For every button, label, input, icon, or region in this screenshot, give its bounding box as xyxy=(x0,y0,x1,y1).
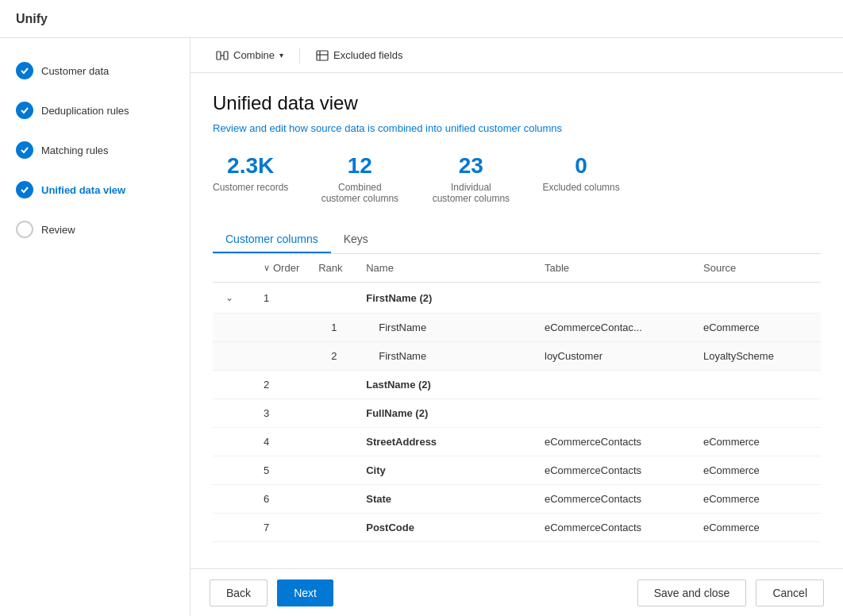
cell-rank xyxy=(309,514,356,542)
cell-order: 7 xyxy=(254,514,309,542)
cell-source: eCommerce xyxy=(694,514,821,542)
page-content: Unified data view Review and edit how so… xyxy=(191,73,843,568)
sidebar: Customer data Deduplication rules Matchi… xyxy=(0,38,191,616)
table-row: 7 PostCode eCommerceContacts eCommerce xyxy=(213,514,821,542)
cell-table xyxy=(535,283,694,314)
th-order: ∨ Order xyxy=(254,254,309,283)
excluded-fields-icon xyxy=(316,49,329,62)
stat-combined-columns-label: Combined customer columns xyxy=(320,182,399,204)
app-title: Unify xyxy=(16,12,48,26)
th-source: Source xyxy=(694,254,821,283)
cell-rank xyxy=(309,456,356,485)
cell-source xyxy=(694,399,821,428)
cell-name: StreetAddress xyxy=(356,428,535,456)
stat-excluded-columns-value: 0 xyxy=(575,153,587,179)
footer-right: Save and close Cancel xyxy=(637,579,824,606)
content-area: Combine ▾ Excluded fields Unified data v… xyxy=(191,38,843,616)
cell-name: PostCode xyxy=(356,514,535,542)
data-table: ∨ Order Rank Name Table Source ⌄ 1 xyxy=(213,254,821,542)
cell-order: 4 xyxy=(254,428,309,456)
cancel-button[interactable]: Cancel xyxy=(756,579,824,606)
stat-combined-columns-value: 12 xyxy=(348,153,372,179)
sidebar-item-review[interactable]: Review xyxy=(0,213,190,246)
table-row: 5 City eCommerceContacts eCommerce xyxy=(213,456,821,485)
stat-individual-columns: 23 Individual customer columns xyxy=(431,153,510,204)
cell-expand xyxy=(213,428,254,456)
cell-order: 6 xyxy=(254,485,309,514)
cell-order: 5 xyxy=(254,456,309,485)
table-sub-row: 2 FirstName loyCustomer LoyaltyScheme xyxy=(213,342,821,371)
expand-button[interactable]: ⌄ xyxy=(222,291,237,305)
cell-sub-rank: 1 xyxy=(309,314,356,342)
stat-excluded-columns: 0 Excluded columns xyxy=(542,153,619,204)
tab-customer-columns[interactable]: Customer columns xyxy=(213,226,331,253)
cell-name: City xyxy=(356,456,535,485)
cell-sub-order xyxy=(254,342,309,371)
stat-customer-records-label: Customer records xyxy=(213,182,288,193)
cell-table: eCommerceContacts xyxy=(535,485,694,514)
combine-icon xyxy=(216,49,229,62)
cell-source: eCommerce xyxy=(694,428,821,456)
svg-rect-3 xyxy=(317,51,328,60)
sidebar-item-matching-rules[interactable]: Matching rules xyxy=(0,133,190,167)
cell-sub-table: eCommerceContac... xyxy=(535,314,694,342)
cell-source xyxy=(694,371,821,399)
cell-name: FullName (2) xyxy=(356,399,535,428)
tabs: Customer columns Keys xyxy=(213,226,821,254)
cell-expand xyxy=(213,456,254,485)
sidebar-status-unified-data-view xyxy=(16,181,33,198)
cell-sub-rank: 2 xyxy=(309,342,356,371)
cell-rank xyxy=(309,283,356,314)
page-subtitle: Review and edit how source data is combi… xyxy=(213,122,821,134)
cell-sub-name: FirstName xyxy=(356,342,535,371)
cell-source: eCommerce xyxy=(694,485,821,514)
sidebar-status-review xyxy=(16,221,33,238)
cell-rank xyxy=(309,371,356,399)
table-row: ⌄ 1 FirstName (2) xyxy=(213,283,821,314)
svg-rect-0 xyxy=(217,52,221,60)
stat-combined-columns: 12 Combined customer columns xyxy=(320,153,399,204)
th-table: Table xyxy=(535,254,694,283)
cell-expand xyxy=(213,371,254,399)
chevron-down-icon: ∨ xyxy=(264,263,270,273)
th-rank: Rank xyxy=(309,254,356,283)
cell-name: State xyxy=(356,485,535,514)
cell-table: eCommerceContacts xyxy=(535,428,694,456)
sidebar-label-review: Review xyxy=(41,224,75,236)
stats-row: 2.3K Customer records 12 Combined custom… xyxy=(213,153,821,204)
tab-keys[interactable]: Keys xyxy=(331,226,381,253)
sidebar-label-customer-data: Customer data xyxy=(41,65,109,77)
save-close-button[interactable]: Save and close xyxy=(637,579,747,606)
cell-sub-name: FirstName xyxy=(356,314,535,342)
cell-sub-expand xyxy=(213,314,254,342)
cell-expand xyxy=(213,514,254,542)
cell-order: 3 xyxy=(254,399,309,428)
stat-individual-columns-label: Individual customer columns xyxy=(431,182,510,204)
cell-expand[interactable]: ⌄ xyxy=(213,283,254,314)
table-header-row: ∨ Order Rank Name Table Source xyxy=(213,254,821,283)
cell-sub-table: loyCustomer xyxy=(535,342,694,371)
cell-order: 2 xyxy=(254,371,309,399)
table-row: 4 StreetAddress eCommerceContacts eComme… xyxy=(213,428,821,456)
cell-name: LastName (2) xyxy=(356,371,535,399)
main-layout: Customer data Deduplication rules Matchi… xyxy=(0,38,843,616)
cell-order: 1 xyxy=(254,283,309,314)
sidebar-status-matching-rules xyxy=(16,141,33,159)
sidebar-status-customer-data xyxy=(16,62,33,79)
sidebar-item-unified-data-view[interactable]: Unified data view xyxy=(0,173,190,206)
table-row: 3 FullName (2) xyxy=(213,399,821,428)
table-row: 2 LastName (2) xyxy=(213,371,821,399)
stat-individual-columns-value: 23 xyxy=(459,153,483,179)
cell-table: eCommerceContacts xyxy=(535,456,694,485)
cell-sub-expand xyxy=(213,342,254,371)
next-button[interactable]: Next xyxy=(277,579,333,606)
cell-source: eCommerce xyxy=(694,456,821,485)
sidebar-item-deduplication-rules[interactable]: Deduplication rules xyxy=(0,94,190,127)
combine-button[interactable]: Combine ▾ xyxy=(206,44,293,67)
back-button[interactable]: Back xyxy=(210,579,268,606)
sidebar-item-customer-data[interactable]: Customer data xyxy=(0,54,190,87)
excluded-fields-button[interactable]: Excluded fields xyxy=(306,44,412,67)
sub-nav: Combine ▾ Excluded fields xyxy=(191,38,843,73)
footer: Back Next Save and close Cancel xyxy=(191,568,843,616)
cell-table: eCommerceContacts xyxy=(535,514,694,542)
